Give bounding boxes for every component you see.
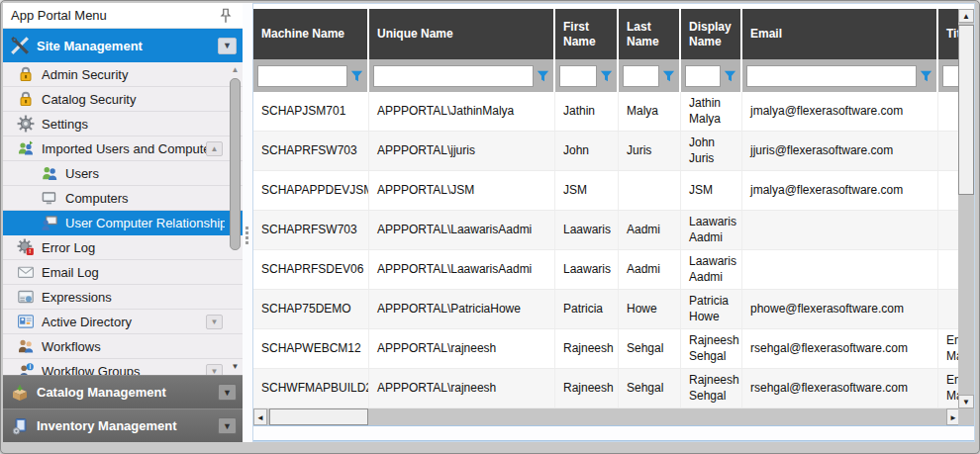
scroll-left-icon[interactable]: ◄ bbox=[253, 409, 267, 425]
cell: Sehgal bbox=[619, 369, 681, 408]
sidebar-item-expressions[interactable]: Expressions bbox=[3, 285, 243, 310]
sidebar-item-admin-security[interactable]: Admin Security bbox=[3, 62, 243, 87]
sidebar-scrollbar[interactable]: ▲ ▼ bbox=[229, 64, 242, 373]
sidebar-item-active-directory[interactable]: Active Directory▼ bbox=[3, 310, 243, 334]
column-header-display-name[interactable]: Display Name bbox=[681, 9, 742, 59]
cell: APPPORTAL\JSM bbox=[369, 171, 555, 210]
sidebar-item-user-computer-relationships[interactable]: User Computer Relationships bbox=[3, 211, 243, 235]
filter-funnel-icon[interactable] bbox=[600, 69, 613, 82]
scrollbar-thumb[interactable] bbox=[230, 78, 241, 250]
filter-input-email[interactable] bbox=[746, 65, 917, 87]
cell-value: jmalya@flexerasoftware.com bbox=[750, 183, 903, 199]
sidebar-item-imported-users-and-computers[interactable]: Imported Users and Computers▲ bbox=[3, 136, 243, 161]
cell-value: APPPORTAL\jjuris bbox=[377, 143, 475, 159]
filter-input-first-name[interactable] bbox=[559, 65, 597, 87]
sidebar-item-email-log[interactable]: Email Log bbox=[3, 260, 243, 285]
pin-icon[interactable] bbox=[217, 7, 235, 25]
cell: Laawaris bbox=[555, 211, 619, 249]
cell-value: APPPORTAL\JathinMalya bbox=[377, 104, 514, 120]
sidebar-item-computers[interactable]: Computers bbox=[3, 186, 243, 211]
cell: jmalya@flexerasoftware.com bbox=[742, 92, 938, 131]
chevron-down-icon[interactable]: ▼ bbox=[218, 417, 237, 434]
cell-value: Rajneesh bbox=[563, 381, 614, 397]
column-header-unique-name[interactable]: Unique Name bbox=[369, 9, 555, 59]
tools-icon bbox=[11, 37, 29, 54]
sidebar-item-label: Email Log bbox=[42, 265, 225, 280]
sidebar-group-inventory-management[interactable]: Inventory Management ▼ bbox=[3, 409, 243, 442]
cell-value: Patricia bbox=[563, 302, 603, 318]
scrollbar-thumb[interactable] bbox=[269, 409, 368, 425]
cell: SCHAPRFSDEV06 bbox=[253, 250, 369, 289]
cell-value: Juris bbox=[627, 143, 651, 159]
chevron-down-icon[interactable]: ▼ bbox=[206, 364, 223, 376]
sidebar-items: Admin SecurityCatalog SecuritySettingsIm… bbox=[3, 62, 243, 375]
sidebar-item-users[interactable]: Users bbox=[3, 161, 243, 186]
envelope-icon bbox=[17, 263, 35, 281]
sidebar-group-catalog-management[interactable]: Catalog Management ▼ bbox=[3, 375, 243, 409]
table-row[interactable]: SCHAPAPPDEVJSMAPPPORTAL\JSMJSMJSMjmalya@… bbox=[253, 171, 960, 211]
chevron-down-icon[interactable]: ▼ bbox=[218, 38, 237, 54]
column-header-title[interactable]: Title bbox=[938, 9, 960, 59]
table-row[interactable]: SCHAPWEBCM12APPPORTAL\rajneeshRajneeshSe… bbox=[253, 329, 960, 369]
sidebar-item-label: User Computer Relationships bbox=[65, 216, 225, 230]
cell: APPPORTAL\PatriciaHowe bbox=[369, 290, 555, 328]
filter-input-unique-name[interactable] bbox=[373, 65, 534, 87]
column-header-label: Display Name bbox=[689, 20, 733, 49]
package-icon bbox=[11, 384, 29, 402]
users-icon bbox=[41, 164, 58, 182]
table-row[interactable]: SCHAPRFSDEV06APPPORTAL\LaawarisAadmiLaaw… bbox=[253, 250, 960, 290]
sidebar-item-workflows[interactable]: Workflows bbox=[3, 334, 243, 359]
sidebar-item-error-log[interactable]: !Error Log bbox=[3, 235, 243, 260]
filter-funnel-icon[interactable] bbox=[920, 69, 932, 82]
sidebar-item-catalog-security[interactable]: Catalog Security bbox=[3, 87, 243, 112]
cell: jmalya@flexerasoftware.com bbox=[742, 171, 938, 210]
scroll-up-icon[interactable]: ▲ bbox=[229, 64, 242, 76]
column-header-last-name[interactable]: Last Name bbox=[619, 9, 681, 59]
column-header-machine-name[interactable]: Machine Name bbox=[253, 9, 369, 59]
column-header-label: Unique Name bbox=[377, 27, 453, 42]
directory-card-icon bbox=[17, 313, 35, 330]
filter-input-display-name[interactable] bbox=[685, 65, 721, 87]
scrollbar-thumb[interactable] bbox=[958, 25, 974, 195]
chevron-down-icon[interactable]: ▼ bbox=[206, 315, 223, 329]
cell: JSM bbox=[555, 171, 619, 210]
scroll-down-icon[interactable]: ▼ bbox=[229, 361, 242, 373]
main-panel: Machine NameUnique NameFirst NameLast Na… bbox=[252, 3, 975, 442]
scroll-up-icon[interactable]: ▲ bbox=[958, 9, 974, 23]
svg-text:!: ! bbox=[29, 248, 31, 254]
sidebar-item-settings[interactable]: Settings bbox=[3, 112, 243, 136]
cell: Aadmi bbox=[619, 250, 681, 289]
horizontal-scrollbar[interactable]: ◄ ► bbox=[253, 409, 960, 425]
filter-input-last-name[interactable] bbox=[623, 65, 659, 87]
table-row[interactable]: SCHWFMAPBUILD2APPPORTAL\rajneeshRajneesh… bbox=[253, 369, 960, 409]
expressions-icon bbox=[17, 288, 35, 306]
sidebar-item-label: Error Log bbox=[42, 240, 225, 255]
cell: Malya bbox=[619, 92, 681, 131]
sidebar-group-site-management[interactable]: Site Management ▼ bbox=[3, 29, 243, 62]
sidebar-item-label: Active Directory bbox=[42, 315, 206, 329]
column-header-email[interactable]: Email bbox=[742, 9, 938, 59]
lock-icon bbox=[17, 65, 35, 83]
imported-users-icon bbox=[17, 139, 35, 157]
chevron-down-icon[interactable]: ▼ bbox=[218, 384, 237, 401]
filter-funnel-icon[interactable] bbox=[724, 69, 736, 82]
filter-funnel-icon[interactable] bbox=[537, 69, 549, 82]
cell: APPPORTAL\rajneesh bbox=[369, 329, 555, 368]
filter-input-machine-name[interactable] bbox=[257, 65, 347, 87]
table-row[interactable]: SCHAPRFSW703APPPORTAL\LaawarisAadmiLaawa… bbox=[253, 211, 960, 250]
table-row[interactable]: SCHAP75DEMOAPPPORTAL\PatriciaHowePatrici… bbox=[253, 290, 960, 329]
cell: Laawaris bbox=[555, 250, 619, 289]
cell-value: rsehgal@flexerasoftware.com bbox=[750, 381, 908, 397]
vertical-scrollbar[interactable]: ▲ ▼ bbox=[958, 9, 974, 409]
chevron-up-icon[interactable]: ▲ bbox=[206, 141, 223, 156]
panel-splitter[interactable] bbox=[243, 3, 252, 442]
user-computer-icon bbox=[41, 214, 58, 231]
cell bbox=[938, 250, 960, 289]
filter-funnel-icon[interactable] bbox=[350, 69, 363, 82]
scroll-down-icon[interactable]: ▼ bbox=[958, 395, 974, 409]
sidebar-item-workflow-groups[interactable]: iWorkflow Groups▼ bbox=[3, 359, 243, 375]
filter-funnel-icon[interactable] bbox=[662, 69, 675, 82]
table-row[interactable]: SCHAPRFSW703APPPORTAL\jjurisJohnJurisJoh… bbox=[253, 132, 960, 171]
table-row[interactable]: SCHAPJSM701APPPORTAL\JathinMalyaJathinMa… bbox=[253, 92, 960, 132]
column-header-first-name[interactable]: First Name bbox=[555, 9, 619, 59]
